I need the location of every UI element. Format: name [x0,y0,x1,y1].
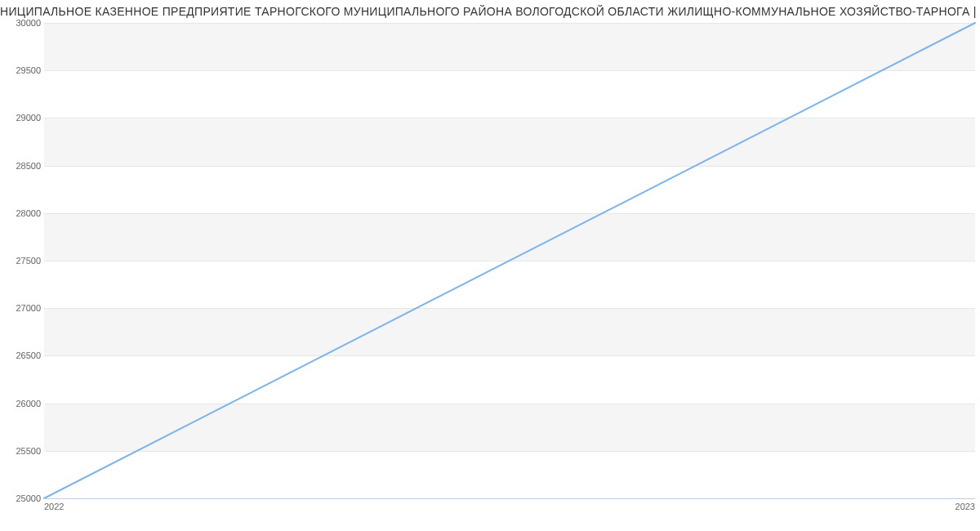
y-tick-label: 29500 [5,65,41,75]
y-tick-label: 26500 [5,350,41,360]
x-tick-label: 2023 [956,502,975,511]
y-tick-label: 27000 [5,303,41,313]
y-tick-label: 25500 [5,446,41,456]
x-axis-line [44,498,975,499]
y-tick-label: 25000 [5,493,41,503]
x-tick-label: 2022 [44,502,64,511]
y-tick-label: 28000 [5,208,41,218]
y-tick-label: 26000 [5,399,41,408]
chart-container: НИЦИПАЛЬНОЕ КАЗЕННОЕ ПРЕДПРИЯТИЕ ТАРНОГС… [0,0,980,531]
chart-title: НИЦИПАЛЬНОЕ КАЗЕННОЕ ПРЕДПРИЯТИЕ ТАРНОГС… [0,5,980,18]
y-tick-label: 28500 [5,161,41,171]
y-tick-label: 29000 [5,113,41,123]
data-line [44,23,975,498]
y-tick-label: 30000 [5,18,41,28]
y-tick-label: 27500 [5,256,41,266]
line-series [44,23,975,498]
plot-area [44,23,975,498]
